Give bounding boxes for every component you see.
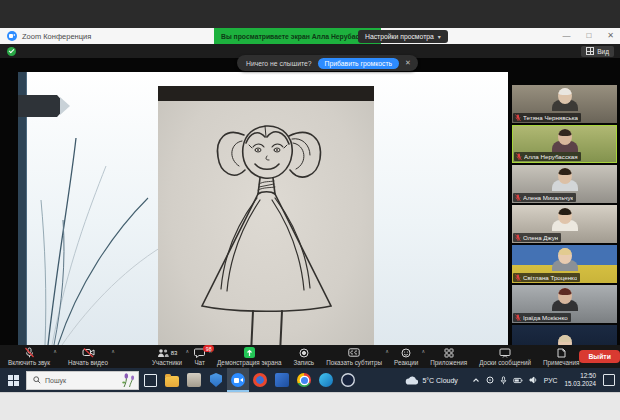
whiteboards-button[interactable]: Доски сообщений [479, 347, 531, 366]
chevron-down-icon: ▾ [438, 33, 441, 40]
increase-volume-button[interactable]: Прибавить громкость [318, 58, 400, 69]
chevron-up-icon[interactable]: ∧ [53, 348, 57, 354]
chat-icon: 98 [194, 347, 205, 358]
search-placeholder: Пошук [45, 377, 116, 384]
search-icon [33, 376, 41, 384]
file-explorer-button[interactable] [161, 368, 183, 392]
shared-screen-slide [18, 72, 508, 345]
participant-tile[interactable]: Алла Нерубасская [512, 125, 617, 163]
participant-name-tag: Тетяна Чернявська [513, 113, 581, 122]
drawing-photo [158, 86, 374, 345]
file-explorer-icon [165, 376, 179, 387]
defender-button[interactable] [205, 368, 227, 392]
participant-tile[interactable]: Алена Михальчук [512, 165, 617, 203]
participant-video [551, 168, 579, 191]
share-screen-label: Демонстрация экрана [217, 359, 281, 366]
share-screen-icon [244, 347, 255, 358]
notes-button[interactable]: Примечания [543, 347, 579, 366]
apps-button[interactable]: Приложения [430, 347, 467, 366]
view-settings-button[interactable]: Настройки просмотра ▾ [358, 30, 448, 43]
microphone-muted-icon [24, 347, 35, 358]
search-input[interactable]: Пошук [26, 371, 139, 390]
participant-tile[interactable]: Тетяна Чернявська [512, 85, 617, 123]
weather-widget[interactable]: 5°C Cloudy [405, 376, 457, 385]
muted-mic-icon [515, 194, 521, 202]
zoom-taskbar-button[interactable] [227, 368, 249, 392]
girl-drawing [158, 101, 374, 345]
captions-label: Показать субтитры [326, 359, 382, 366]
globe-app-button[interactable] [337, 368, 359, 392]
participant-tile[interactable]: Світлана Троценко [512, 245, 617, 283]
participant-video [551, 288, 579, 311]
tray-mic-icon[interactable] [500, 376, 507, 385]
zoom-app-icon [7, 31, 17, 41]
participant-name-tag: Світлана Троценко [513, 273, 580, 282]
chrome-icon [297, 373, 311, 387]
notes-icon [557, 347, 566, 358]
reactions-button[interactable]: Реакции ∧ [394, 347, 418, 366]
participant-tile[interactable] [512, 325, 617, 345]
zoom-toolbar: Включить звук ∧ Начать видео ∧ 83 Участн… [0, 345, 620, 368]
grid-view-icon [586, 47, 594, 55]
view-settings-label: Настройки просмотра [365, 33, 434, 40]
task-view-button[interactable] [139, 368, 161, 392]
defender-shield-icon [210, 373, 222, 387]
participants-button[interactable]: 83 Участники ∧ [152, 347, 182, 366]
participants-sidebar: Тетяна Чернявська Алла Нерубасская Алена… [512, 85, 617, 345]
captions-button[interactable]: Показать субтитры ∧ [326, 347, 382, 366]
participant-video [551, 335, 579, 345]
reactions-smiley-icon [401, 347, 411, 358]
chat-button[interactable]: 98 Чат ∧ [194, 347, 205, 366]
photos-app-button[interactable] [249, 368, 271, 392]
chevron-up-icon[interactable]: ∧ [111, 348, 115, 354]
start-button[interactable] [0, 368, 26, 392]
view-button[interactable]: Вид [581, 46, 614, 57]
security-shield-icon[interactable] [7, 47, 16, 56]
close-button[interactable]: ✕ [607, 32, 614, 40]
start-video-button[interactable]: Начать видео ∧ [68, 347, 108, 366]
participants-icon: 83 [157, 347, 178, 358]
participant-name: Іраїда Мокієнко [523, 314, 568, 321]
notes-label: Примечания [543, 359, 579, 366]
volume-icon[interactable] [529, 376, 538, 384]
record-button[interactable]: Запись [293, 347, 314, 366]
language-indicator[interactable]: РУС [544, 377, 558, 384]
tray-status-icon[interactable] [486, 376, 494, 384]
zoom-taskbar-icon [231, 373, 245, 387]
participant-tile[interactable]: Олена Джун [512, 205, 617, 243]
participant-video [551, 88, 579, 111]
chevron-up-icon[interactable]: ∧ [385, 348, 389, 354]
leave-button[interactable]: Выйти [579, 350, 619, 363]
record-label: Запись [293, 359, 314, 366]
minimize-button[interactable]: — [562, 32, 570, 40]
date: 15.03.2024 [564, 380, 596, 388]
word-app-button[interactable] [271, 368, 293, 392]
participant-tile[interactable]: Іраїда Мокієнко [512, 285, 617, 323]
share-screen-button[interactable]: Демонстрация экрана [217, 347, 281, 366]
taskbar-clock[interactable]: 12:50 15.03.2024 [564, 372, 596, 388]
participant-video [551, 129, 579, 152]
participant-name: Алла Нерубасская [524, 153, 578, 160]
chevron-up-icon[interactable]: ∧ [208, 348, 212, 354]
mail-app-button[interactable] [183, 368, 205, 392]
chrome-button[interactable] [293, 368, 315, 392]
whiteboard-icon [499, 347, 511, 358]
edge-button[interactable] [315, 368, 337, 392]
muted-mic-icon [515, 274, 521, 282]
apps-label: Приложения [430, 359, 467, 366]
chevron-up-icon[interactable]: ∧ [422, 348, 426, 354]
mute-button[interactable]: Включить звук ∧ [8, 347, 50, 366]
captions-icon [348, 347, 360, 358]
edge-icon [319, 373, 333, 387]
chevron-up-icon[interactable]: ∧ [185, 348, 189, 354]
search-flower-graphic [120, 373, 135, 388]
battery-icon[interactable] [513, 377, 523, 384]
action-center-button[interactable] [603, 374, 615, 386]
whiteboards-label: Доски сообщений [479, 359, 531, 366]
weather-text: 5°C Cloudy [422, 377, 457, 384]
hidden-icons-chevron[interactable] [472, 376, 480, 384]
view-button-label: Вид [597, 48, 609, 55]
maximize-button[interactable]: □ [586, 32, 591, 40]
participant-name-tag: Олена Джун [513, 233, 561, 242]
toast-close-icon[interactable]: ✕ [405, 59, 411, 67]
